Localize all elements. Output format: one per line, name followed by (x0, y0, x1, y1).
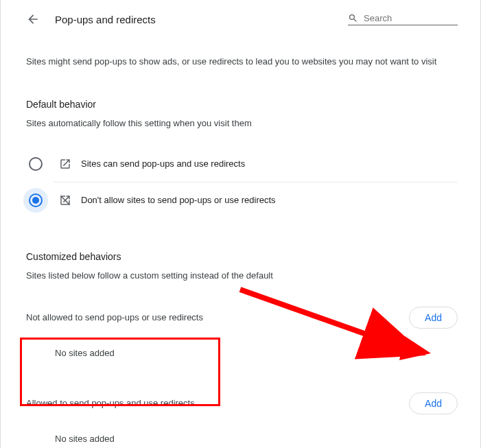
back-button[interactable] (26, 12, 40, 26)
default-behavior-subtitle: Sites automatically follow this setting … (26, 118, 458, 128)
radio-label: Sites can send pop-ups and use redirects (81, 158, 245, 169)
radio-option-allow[interactable]: Sites can send pop-ups and use redirects (26, 146, 458, 182)
popup-blocked-icon (59, 194, 71, 207)
page-header: Pop-ups and redirects (26, 0, 458, 38)
add-button-not-allowed[interactable]: Add (409, 307, 458, 329)
arrow-left-icon (26, 12, 40, 26)
page-description: Sites might send pop-ups to show ads, or… (26, 38, 458, 74)
page-title: Pop-ups and redirects (55, 14, 348, 25)
search-box[interactable] (348, 13, 458, 25)
not-allowed-title: Not allowed to send pop-ups or use redir… (26, 312, 203, 322)
popup-allowed-icon (59, 158, 71, 170)
add-button-allowed[interactable]: Add (409, 392, 458, 414)
default-behavior-options: Sites can send pop-ups and use redirects… (26, 146, 458, 218)
search-icon (348, 13, 358, 23)
radio-button[interactable] (29, 157, 43, 171)
allowed-empty: No sites added (26, 414, 458, 449)
not-allowed-section: Not allowed to send pop-ups or use redir… (26, 307, 458, 366)
default-behavior-title: Default behavior (26, 99, 458, 110)
radio-label: Don't allow sites to send pop-ups or use… (81, 195, 276, 205)
allowed-section: Allowed to send pop-ups and use redirect… (26, 392, 458, 449)
customized-title: Customized behaviors (26, 251, 458, 262)
not-allowed-empty: No sites added (26, 329, 458, 366)
search-input[interactable] (358, 13, 458, 23)
customized-subtitle: Sites listed below follow a custom setti… (26, 270, 458, 281)
radio-option-block[interactable]: Don't allow sites to send pop-ups or use… (26, 182, 458, 218)
radio-button-selected[interactable] (29, 193, 43, 207)
allowed-title: Allowed to send pop-ups and use redirect… (26, 398, 195, 408)
